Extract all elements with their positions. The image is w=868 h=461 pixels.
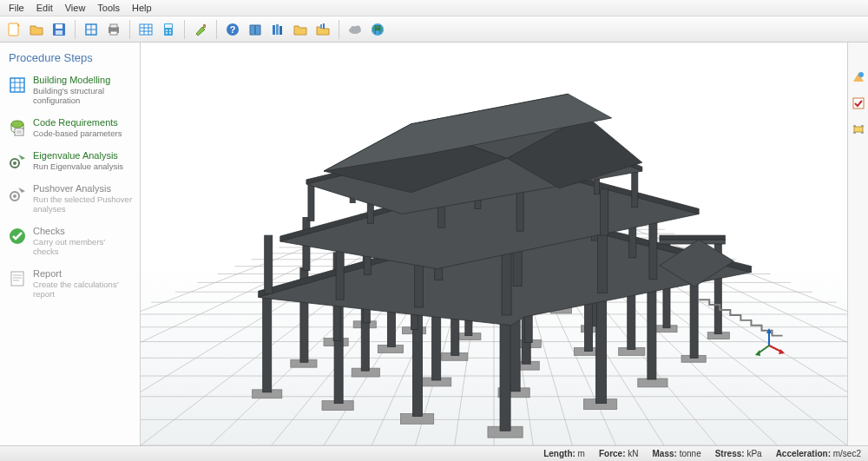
- separator: [129, 20, 130, 39]
- open-button[interactable]: [26, 19, 47, 40]
- gear-arrow-icon: [7, 150, 28, 171]
- step-title: Code Requirements: [33, 117, 122, 128]
- folder-button[interactable]: [290, 19, 311, 40]
- step-desc: Building's structural configuration: [33, 86, 133, 105]
- procedure-steps-panel: Procedure Steps Building Modelling Build…: [0, 43, 141, 445]
- svg-rect-2: [56, 24, 62, 29]
- svg-rect-187: [660, 235, 725, 240]
- svg-marker-190: [766, 328, 772, 333]
- separator: [339, 20, 339, 39]
- building-button[interactable]: [81, 19, 102, 40]
- separator: [75, 20, 76, 39]
- viewport-3d[interactable]: [141, 43, 847, 445]
- svg-point-43: [13, 161, 16, 165]
- book-button[interactable]: [245, 19, 266, 40]
- menu-help[interactable]: Help: [127, 1, 157, 15]
- svg-rect-33: [10, 78, 24, 92]
- svg-rect-161: [649, 221, 657, 279]
- step-desc: Carry out members' checks: [33, 237, 133, 256]
- svg-rect-24: [273, 25, 275, 35]
- status-length: Length: m: [543, 449, 585, 458]
- step-desc: Run the selected Pushover analyses: [33, 194, 133, 214]
- svg-point-19: [166, 32, 168, 34]
- globe-button[interactable]: [367, 19, 388, 40]
- step-desc: Code-based parameters: [33, 128, 122, 138]
- svg-rect-25: [276, 24, 279, 35]
- svg-point-196: [858, 72, 864, 77]
- save-button[interactable]: [49, 19, 69, 40]
- svg-rect-152: [265, 235, 273, 293]
- svg-rect-197: [853, 98, 864, 109]
- calc-button[interactable]: [158, 19, 179, 40]
- svg-rect-0: [9, 23, 18, 36]
- check-icon: [7, 226, 28, 247]
- print-button[interactable]: [103, 19, 124, 40]
- step-title: Report: [33, 268, 133, 279]
- step-title: Eigenvalue Analysis: [33, 150, 123, 161]
- code-icon: [7, 117, 28, 138]
- toolbar: ?: [0, 16, 868, 43]
- svg-rect-155: [502, 250, 511, 315]
- step-code-requirements[interactable]: Code Requirements Code-based parameters: [5, 114, 135, 147]
- status-force: Force: kN: [599, 449, 639, 458]
- svg-rect-27: [320, 24, 322, 29]
- svg-rect-198: [854, 127, 863, 132]
- step-pushover-analysis[interactable]: Pushover Analysis Run the selected Pusho…: [5, 180, 135, 222]
- check-toggle-button[interactable]: [850, 95, 867, 112]
- svg-rect-3: [56, 30, 62, 35]
- menu-edit[interactable]: Edit: [31, 1, 58, 15]
- books-button[interactable]: [267, 19, 288, 40]
- statusbar: Length: m Force: kN Mass: tonne Stress: …: [0, 445, 868, 461]
- svg-rect-173: [632, 168, 638, 207]
- svg-rect-127: [500, 311, 510, 431]
- svg-rect-10: [140, 24, 152, 35]
- report-icon: [7, 268, 28, 289]
- separator: [216, 20, 217, 39]
- menu-tools[interactable]: Tools: [92, 1, 125, 15]
- status-mass: Mass: tonne: [653, 449, 701, 458]
- svg-point-31: [355, 25, 361, 31]
- axes-gizmo: [752, 328, 786, 363]
- step-desc: Create the calculations' report: [33, 280, 133, 299]
- extent-button[interactable]: [850, 121, 867, 138]
- svg-rect-39: [15, 128, 23, 135]
- menu-file[interactable]: File: [3, 1, 30, 15]
- svg-point-20: [169, 32, 171, 34]
- right-toolbar: [847, 43, 868, 445]
- status-stress: Stress: kPa: [715, 449, 762, 458]
- cloud-button[interactable]: [345, 19, 365, 40]
- step-desc: Run Eigenvalue analysis: [33, 161, 123, 171]
- svg-rect-9: [110, 31, 117, 35]
- svg-rect-160: [598, 232, 608, 293]
- svg-rect-172: [601, 189, 608, 235]
- svg-rect-21: [203, 24, 206, 28]
- building-model: [141, 43, 847, 445]
- new-button[interactable]: [3, 19, 24, 40]
- step-checks[interactable]: Checks Carry out members' checks: [5, 222, 135, 265]
- svg-rect-16: [165, 24, 172, 28]
- step-title: Building Modelling: [33, 75, 133, 85]
- step-title: Checks: [33, 226, 133, 236]
- svg-rect-132: [596, 290, 607, 403]
- step-report[interactable]: Report Create the calculations' report: [5, 265, 135, 307]
- menu-view[interactable]: View: [60, 1, 91, 15]
- view-toggle-button[interactable]: [850, 69, 867, 86]
- workspace: Procedure Steps Building Modelling Build…: [0, 43, 868, 445]
- svg-point-38: [11, 121, 23, 128]
- svg-rect-8: [110, 24, 117, 28]
- help-button[interactable]: ?: [222, 19, 243, 40]
- svg-rect-47: [11, 272, 23, 286]
- brush-button[interactable]: [190, 19, 211, 40]
- svg-point-17: [166, 30, 168, 31]
- step-eigenvalue-analysis[interactable]: Eigenvalue Analysis Run Eigenvalue analy…: [5, 147, 135, 180]
- svg-point-45: [13, 194, 16, 198]
- building-icon: [7, 75, 28, 95]
- gear-arrow-icon: [7, 183, 28, 204]
- folder-books-button[interactable]: [312, 19, 333, 40]
- svg-rect-28: [323, 23, 325, 29]
- svg-rect-124: [263, 291, 272, 392]
- svg-marker-194: [755, 350, 760, 356]
- step-building-modelling[interactable]: Building Modelling Building's structural…: [5, 71, 135, 114]
- svg-rect-186: [660, 240, 725, 244]
- table-button[interactable]: [135, 19, 156, 40]
